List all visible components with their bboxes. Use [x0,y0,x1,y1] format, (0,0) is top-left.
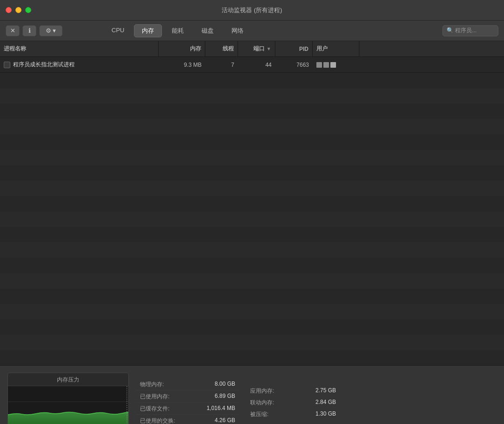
bottom-stats-panel: 内存压力 [0,365,504,424]
stat-value-physical: 8.00 GB [215,381,235,389]
stat-label-compressed: 被压缩: [250,410,268,418]
col-header-user[interactable]: 用户 [313,41,359,57]
stat-value-swap: 4.26 GB [215,417,235,424]
stat-row-wired: 联动内存: 2.84 GB [246,397,340,408]
user-dot-2 [323,62,329,68]
process-pid-cell: 7663 [275,57,313,72]
process-user-cell [313,57,359,72]
toolbar: ✕ ℹ ⚙ ▾ CPU 内存 能耗 磁盘 网络 🔍 程序员... [0,21,504,41]
stat-label-wired: 联动内存: [250,399,274,407]
process-name: 程序员成长指北测试进程 [13,61,75,69]
process-memory-cell: 9.3 MB [159,57,205,72]
stat-value-cached: 1,016.4 MB [207,405,235,413]
sort-arrow-icon: ▼ [266,46,271,51]
search-box[interactable]: 🔍 程序员... [442,25,498,36]
tab-cpu[interactable]: CPU [104,24,132,37]
memory-pressure-chart: 内存压力 [7,373,129,424]
memory-stats-left: 物理内存: 8.00 GB 已使用内存: 6.89 GB 已缓存文件: 1,01… [136,379,239,424]
stat-label-physical: 物理内存: [140,381,164,389]
stat-label-cached: 已缓存文件: [140,405,169,413]
stat-row-physical: 物理内存: 8.00 GB [136,379,239,390]
toolbar-left-buttons: ✕ ℹ ⚙ ▾ [6,25,63,36]
window-title: 活动监视器 (所有进程) [222,6,282,14]
tab-memory[interactable]: 内存 [134,24,162,37]
tab-network[interactable]: 网络 [224,24,252,37]
stat-row-app: 应用内存: 2.75 GB [246,386,340,396]
titlebar: 活动监视器 (所有进程) [0,0,504,21]
search-placeholder: 🔍 程序员... [447,27,476,35]
stat-label-swap: 已使用的交换: [140,417,175,424]
close-button[interactable] [6,7,12,13]
user-dots [316,62,336,68]
col-header-memory[interactable]: 内存 [159,41,205,57]
stat-label-used: 已使用内存: [140,393,169,401]
chart-title: 内存压力 [8,373,128,386]
col-header-ports[interactable]: 端口 ▼ [238,41,275,57]
maximize-button[interactable] [25,7,31,13]
minimize-button[interactable] [15,7,21,13]
stat-value-app: 2.75 GB [315,387,336,395]
tab-disk[interactable]: 磁盘 [194,24,222,37]
stat-label-app: 应用内存: [250,387,274,395]
close-process-button[interactable]: ✕ [6,25,20,36]
memory-stats-right: 应用内存: 2.75 GB 联动内存: 2.84 GB 被压缩: 1.30 GB [246,386,340,420]
process-checkbox[interactable] [4,62,10,68]
tab-energy[interactable]: 能耗 [164,24,192,37]
process-ports-cell: 44 [238,57,275,72]
stat-value-used: 6.89 GB [215,393,235,401]
stat-row-cached: 已缓存文件: 1,016.4 MB [136,403,239,415]
gear-button[interactable]: ⚙ ▾ [39,25,63,36]
table-row[interactable]: 程序员成长指北测试进程 9.3 MB 7 44 7663 [0,57,504,73]
column-headers: 进程名称 内存 线程 端口 ▼ PID 用户 [0,41,504,57]
col-header-threads[interactable]: 线程 [205,41,238,57]
process-threads-cell: 7 [205,57,238,72]
process-list-background [0,73,504,365]
col-header-pid[interactable]: PID [275,41,313,57]
info-button[interactable]: ℹ [22,25,36,36]
stat-value-wired: 2.84 GB [315,399,336,407]
stat-row-swap: 已使用的交换: 4.26 GB [136,416,239,424]
stat-row-used: 已使用内存: 6.89 GB [136,391,239,403]
process-name-cell: 程序员成长指北测试进程 [0,57,159,72]
col-header-name[interactable]: 进程名称 [0,41,159,57]
tab-group: CPU 内存 能耗 磁盘 网络 [104,24,252,37]
window-controls [6,7,31,13]
stat-row-compressed: 被压缩: 1.30 GB [246,409,340,420]
user-dot-3 [330,62,336,68]
user-dot-1 [316,62,322,68]
stat-value-compressed: 1.30 GB [315,410,336,418]
chart-canvas [8,386,128,424]
